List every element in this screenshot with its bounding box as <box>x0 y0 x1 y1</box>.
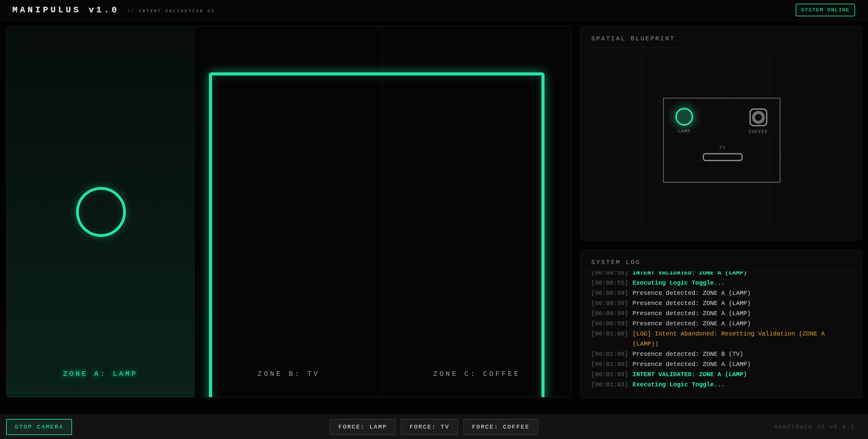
hand-detection-bounding-box <box>209 72 545 398</box>
app-subtitle: // INTENT-VALIDATION OS <box>127 9 215 13</box>
log-message: Presence detected: ZONE A (LAMP) <box>632 359 851 370</box>
lamp-device-label: LAMP <box>668 129 700 134</box>
log-entry: [00:01:00] [LOG] Intent Abandoned: Reset… <box>591 329 851 349</box>
hand-detection-circle-icon <box>76 187 126 237</box>
app-title-group: MANIPULUS v1.0 // INTENT-VALIDATION OS <box>12 5 215 15</box>
log-timestamp: [00:00:59] <box>591 309 628 319</box>
stop-camera-button[interactable]: STOP CAMERA <box>6 419 72 435</box>
log-entry: [00:00:59] Presence detected: ZONE A (LA… <box>591 288 851 298</box>
log-entry: [00:01:03] INTENT VALIDATED: ZONE A (LAM… <box>591 370 851 380</box>
spatial-blueprint-panel: SPATIAL BLUEPRINT LAMP COFFEE TV <box>580 26 862 240</box>
lamp-on-icon <box>675 108 693 126</box>
tv-device-label: TV <box>701 145 744 150</box>
log-entry: [00:00:55] INTENT VALIDATED: ZONE A (LAM… <box>591 271 851 278</box>
right-column: SPATIAL BLUEPRINT LAMP COFFEE TV <box>580 26 862 398</box>
coffee-machine-icon <box>749 109 767 126</box>
log-message: Executing Logic Toggle... <box>632 278 851 288</box>
main-content: ZONE A: LAMP ZONE B: TV ZONE C: COFFEE S… <box>6 26 862 398</box>
log-message: INTENT VALIDATED: ZONE A (LAMP) <box>632 271 851 278</box>
log-message: [LOG] Intent Abandoned: Resetting Valida… <box>632 329 851 349</box>
log-list[interactable]: [00:00:55] INTENT VALIDATED: ZONE A (LAM… <box>581 271 862 392</box>
zone-a-label: ZONE A: LAMP <box>6 370 194 378</box>
log-message: INTENT VALIDATED: ZONE A (LAMP) <box>632 370 851 380</box>
coffee-device-label: COFFEE <box>742 129 774 134</box>
log-message: Executing Logic Toggle... <box>632 380 851 390</box>
system-status-badge: SYSTEM ONLINE <box>796 4 855 16</box>
log-timestamp: [00:00:55] <box>591 271 628 278</box>
log-timestamp: [00:00:59] <box>591 288 628 298</box>
blueprint-room-outline: LAMP COFFEE TV <box>663 98 781 183</box>
log-timestamp: [00:01:00] <box>591 329 628 349</box>
log-entry: [00:01:00] Presence detected: ZONE B (TV… <box>591 349 851 359</box>
control-bar: STOP CAMERA FORCE: LAMP FORCE: TV FORCE:… <box>0 414 868 439</box>
log-timestamp: [00:01:00] <box>591 359 628 370</box>
blueprint-device-tv: TV <box>701 145 744 161</box>
system-log-panel: SYSTEM LOG [00:00:55] INTENT VALIDATED: … <box>580 250 862 398</box>
coffee-machine-ring-icon <box>752 111 765 124</box>
force-coffee-button[interactable]: FORCE: COFFEE <box>463 419 538 435</box>
log-timestamp: [00:00:59] <box>591 298 628 309</box>
log-timestamp: [00:00:55] <box>591 278 628 288</box>
log-message: Presence detected: ZONE B (TV) <box>632 349 851 359</box>
log-entry: [00:00:59] Presence detected: ZONE A (LA… <box>591 298 851 309</box>
app-title: MANIPULUS v1.0 <box>12 5 119 15</box>
log-entry: [00:00:59] Presence detected: ZONE A (LA… <box>591 309 851 319</box>
log-message: Presence detected: ZONE A (LAMP) <box>632 319 851 329</box>
force-lamp-button[interactable]: FORCE: LAMP <box>330 419 396 435</box>
library-version-label: HANDTRACK JS v0.0.1 <box>774 424 855 430</box>
log-timestamp: [00:01:00] <box>591 349 628 359</box>
blueprint-panel-title: SPATIAL BLUEPRINT <box>581 27 862 48</box>
blueprint-device-coffee: COFFEE <box>742 109 774 134</box>
tv-screen-icon <box>703 153 743 161</box>
log-entry: [00:01:03] Executing Logic Toggle... <box>591 380 851 390</box>
log-timestamp: [00:01:03] <box>591 380 628 390</box>
blueprint-device-lamp: LAMP <box>668 108 700 134</box>
blueprint-grid: LAMP COFFEE TV <box>591 53 851 227</box>
log-entry: [00:01:00] Presence detected: ZONE A (LA… <box>591 359 851 370</box>
log-panel-title: SYSTEM LOG <box>581 250 862 271</box>
log-entry: [00:00:59] Presence detected: ZONE A (LA… <box>591 319 851 329</box>
force-button-group: FORCE: LAMP FORCE: TV FORCE: COFFEE <box>330 419 538 435</box>
app-header: MANIPULUS v1.0 // INTENT-VALIDATION OS S… <box>0 0 868 20</box>
log-message: Presence detected: ZONE A (LAMP) <box>632 298 851 309</box>
camera-feed-panel: ZONE A: LAMP ZONE B: TV ZONE C: COFFEE <box>6 26 571 398</box>
log-timestamp: [00:00:59] <box>591 319 628 329</box>
force-tv-button[interactable]: FORCE: TV <box>401 419 458 435</box>
log-entry: [00:00:55] Executing Logic Toggle... <box>591 278 851 288</box>
log-message: Presence detected: ZONE A (LAMP) <box>632 288 851 298</box>
log-message: Presence detected: ZONE A (LAMP) <box>632 309 851 319</box>
log-timestamp: [00:01:03] <box>591 370 628 380</box>
